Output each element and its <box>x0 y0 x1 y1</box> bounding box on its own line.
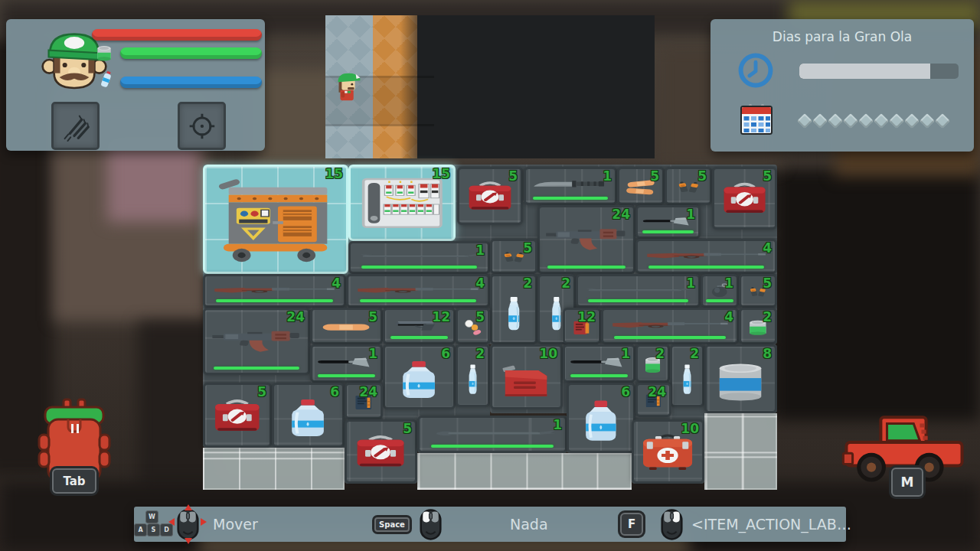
item-water-bottle[interactable]: 2 <box>456 344 490 407</box>
inventory-empty-cells[interactable] <box>203 448 345 490</box>
item-water-jug[interactable]: 6 <box>383 344 456 409</box>
item-count: 10 <box>539 347 557 362</box>
bottleB-icon <box>277 395 338 441</box>
item-count: 12 <box>577 310 596 325</box>
wave-progress-bar <box>799 64 959 79</box>
item-assault-rifle[interactable]: 24 <box>203 308 310 375</box>
item-power-generator[interactable]: 15 <box>203 165 348 274</box>
item-batteries[interactable]: 5 <box>490 239 537 274</box>
item-shotgun[interactable]: 4 <box>601 308 739 344</box>
clock-icon <box>735 50 776 91</box>
backpack-key[interactable]: Tab <box>52 468 96 494</box>
space-key[interactable]: Space <box>374 517 410 532</box>
item-toolbox[interactable]: 5 <box>203 383 272 448</box>
background-decor <box>773 168 980 421</box>
item-count: 2 <box>690 347 699 362</box>
durability-bar <box>533 197 607 200</box>
item-count: 5 <box>523 241 532 256</box>
item-supply-drum[interactable]: 8 <box>704 344 777 413</box>
item-canned-food[interactable]: 2 <box>635 344 670 383</box>
item-batteries[interactable]: 5 <box>739 274 777 308</box>
item-water-jug[interactable]: 6 <box>567 383 635 453</box>
aim-slot-button[interactable] <box>178 102 226 150</box>
day-diamond <box>920 113 935 129</box>
item-gas-can[interactable]: 10 <box>490 344 563 409</box>
item-count: 2 <box>561 276 570 292</box>
item-batteries[interactable]: 5 <box>665 167 712 205</box>
bottleB-icon <box>572 396 630 445</box>
item-hunting-rifle[interactable]: 4 <box>346 274 490 308</box>
interact-key[interactable]: F <box>620 513 643 536</box>
key-a[interactable]: A <box>134 523 147 536</box>
item-grenade[interactable]: 1 <box>701 274 739 308</box>
item-crowbar[interactable]: 1 <box>576 274 701 308</box>
item-fuse-box[interactable]: 15 <box>348 165 456 241</box>
move-label: Mover <box>213 516 258 533</box>
knife-icon <box>531 173 610 197</box>
day-diamond <box>858 113 874 129</box>
mouse-right-click-icon <box>654 507 689 542</box>
item-count: 6 <box>441 347 450 362</box>
health-bar <box>92 29 262 41</box>
melee-slot-button[interactable] <box>51 102 100 150</box>
item-count: 4 <box>332 276 341 292</box>
item-water-jug[interactable]: 6 <box>272 383 345 448</box>
item-canned-food[interactable]: 2 <box>739 308 777 344</box>
rifle-icon <box>212 280 337 301</box>
item-assault-rifle[interactable]: 24 <box>537 205 635 274</box>
item-toolbox[interactable]: 5 <box>457 167 523 225</box>
item-lug-wrench[interactable]: 1 <box>417 416 567 453</box>
bigcan-icon <box>710 357 771 406</box>
inventory-empty-cells[interactable] <box>417 453 632 490</box>
item-water-bottle[interactable]: 2 <box>670 344 704 407</box>
day-diamond <box>828 113 843 129</box>
player-character-sprite <box>330 66 367 109</box>
item-hatchet[interactable]: 1 <box>310 344 383 383</box>
item-combat-knife[interactable]: 1 <box>524 167 617 205</box>
durability-bar <box>431 445 554 448</box>
item-radio-device[interactable]: 24 <box>635 383 671 417</box>
item-pills[interactable]: 5 <box>456 308 490 344</box>
longwrench-icon <box>427 422 558 445</box>
durability-bar <box>361 266 476 269</box>
crowbar-icon <box>584 280 692 301</box>
item-radio-device[interactable]: 12 <box>563 308 601 344</box>
item-bandage[interactable]: 5 <box>310 308 383 344</box>
item-radio-device[interactable]: 24 <box>345 383 383 419</box>
item-count: 1 <box>686 276 695 292</box>
calendar-icon <box>737 100 776 140</box>
day-diamond <box>889 113 904 129</box>
item-count: 5 <box>508 169 518 184</box>
durability-bar <box>588 299 689 302</box>
item-crowbar[interactable]: 1 <box>348 241 490 274</box>
key-w[interactable]: W <box>145 510 158 523</box>
generator-icon <box>211 172 340 266</box>
inventory-empty-cells[interactable] <box>704 413 777 490</box>
item-hunting-rifle[interactable]: 4 <box>635 239 777 274</box>
item-toolbox[interactable]: 5 <box>712 167 777 230</box>
item-count: 24 <box>648 385 666 400</box>
item-bandages[interactable]: 5 <box>617 167 665 205</box>
item-count: 4 <box>724 310 733 325</box>
vehicle-key[interactable]: M <box>891 468 923 497</box>
item-hatchet[interactable]: 1 <box>635 205 701 239</box>
item-count: 24 <box>359 385 377 400</box>
item-water-bottle[interactable]: 2 <box>490 274 537 344</box>
item-toolbox[interactable]: 5 <box>345 419 417 484</box>
durability-bar <box>570 374 628 377</box>
item-count: 1 <box>724 276 733 292</box>
mouse-move-icon <box>170 507 205 542</box>
item-first-aid-kit[interactable]: 10 <box>632 419 704 484</box>
item-count: 1 <box>368 347 377 362</box>
item-count: 1 <box>475 243 485 259</box>
item-pistol[interactable]: 12 <box>383 308 456 344</box>
item-count: 5 <box>257 385 266 400</box>
key-s[interactable]: S <box>147 523 160 536</box>
durability-bar <box>318 374 375 377</box>
durability-bar <box>648 266 763 269</box>
item-count: 6 <box>621 385 630 400</box>
item-hunting-rifle[interactable]: 4 <box>203 274 346 308</box>
food-bar <box>120 47 262 59</box>
item-hatchet[interactable]: 1 <box>563 344 635 383</box>
rifle-icon <box>355 280 481 301</box>
